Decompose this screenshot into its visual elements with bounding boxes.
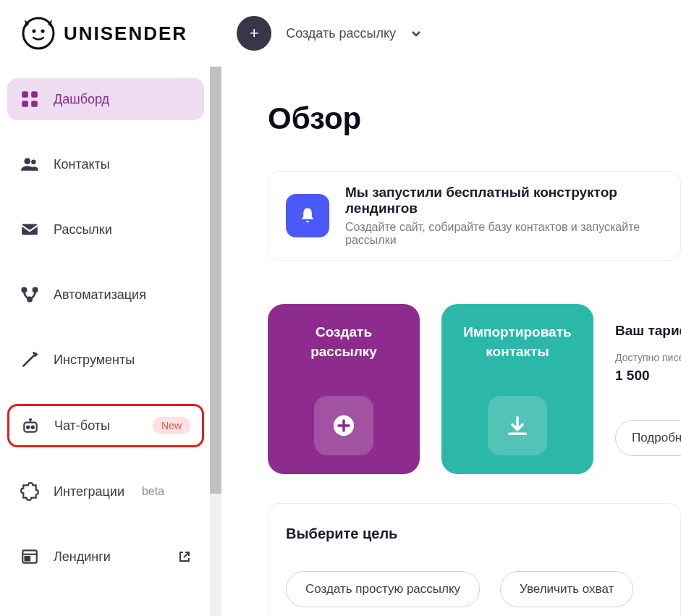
svg-rect-5: [22, 101, 28, 107]
plus-icon: +: [237, 16, 271, 51]
sidebar-item-contacts[interactable]: Контакты: [7, 143, 204, 185]
beta-badge: beta: [142, 485, 164, 498]
sidebar-item-dashboard[interactable]: Дашборд: [7, 78, 204, 120]
sidebar-item-tools[interactable]: Инструменты: [7, 339, 204, 381]
tariff-details-button[interactable]: Подробнее: [615, 420, 681, 456]
goal-increase-reach[interactable]: Увеличить охват: [500, 571, 633, 607]
logo-text: UNISENDER: [64, 22, 187, 45]
puzzle-icon: [20, 482, 39, 501]
logo[interactable]: UNISENDER: [22, 17, 187, 50]
tools-icon: [20, 350, 39, 369]
svg-point-14: [27, 426, 29, 429]
bell-icon: [286, 194, 329, 237]
svg-point-1: [33, 30, 36, 33]
scrollbar-thumb[interactable]: [210, 67, 221, 494]
goal-simple-campaign[interactable]: Создать простую рассылку: [286, 571, 480, 607]
tariff-title: Ваш тариф: [615, 323, 659, 339]
header: UNISENDER + Создать рассылку: [0, 0, 681, 67]
landing-icon: [20, 547, 39, 566]
card-title: Импортировать контакты: [454, 323, 580, 361]
announcement-banner[interactable]: Мы запустили бесплатный конструктор ленд…: [268, 171, 681, 261]
action-cards: Создать рассылку Импортировать контакты …: [268, 304, 681, 474]
tariff-sublabel: Доступно писем: [615, 352, 659, 363]
new-badge: New: [153, 417, 190, 434]
automation-icon: [20, 285, 39, 304]
sidebar-item-label: Рассылки: [54, 222, 112, 237]
logo-dog-icon: [22, 17, 55, 50]
sidebar-item-label: Лендинги: [54, 549, 111, 565]
sidebar-item-chatbots[interactable]: Чат-боты New: [7, 404, 204, 447]
svg-rect-4: [31, 91, 38, 98]
create-campaign-label: Создать рассылку: [286, 26, 396, 41]
bot-icon: [21, 416, 40, 435]
import-contacts-card[interactable]: Импортировать контакты: [441, 304, 593, 474]
scrollbar[interactable]: [210, 67, 221, 616]
sidebar: Дашборд Контакты Рассылки Автоматизация: [0, 67, 211, 616]
svg-rect-13: [24, 423, 36, 432]
external-link-icon: [178, 550, 191, 563]
chevron-down-icon: [410, 28, 422, 39]
card-title: Создать рассылку: [281, 323, 407, 361]
contacts-icon: [20, 155, 39, 174]
tariff-panel: Ваш тариф Доступно писем 1 500 Подробнее: [615, 304, 659, 474]
create-campaign-card[interactable]: Создать рассылку: [268, 304, 420, 474]
svg-point-11: [33, 288, 37, 292]
page-title: Обзор: [268, 101, 681, 136]
svg-rect-9: [22, 224, 38, 235]
svg-rect-3: [22, 91, 28, 98]
download-icon: [488, 396, 547, 455]
sidebar-item-automation[interactable]: Автоматизация: [7, 274, 204, 316]
svg-rect-6: [31, 101, 38, 107]
goals-title: Выберите цель: [286, 526, 663, 542]
sidebar-item-label: Инструменты: [54, 353, 135, 368]
sidebar-item-label: Интеграции: [54, 484, 124, 499]
svg-point-7: [24, 158, 30, 164]
sidebar-item-campaigns[interactable]: Рассылки: [7, 208, 204, 250]
create-campaign-dropdown[interactable]: + Создать рассылку: [237, 16, 422, 51]
tariff-value: 1 500: [615, 368, 659, 384]
dashboard-icon: [20, 90, 39, 109]
sidebar-item-label: Дашборд: [54, 92, 109, 107]
svg-point-15: [32, 426, 34, 429]
sidebar-item-label: Автоматизация: [54, 287, 146, 303]
sidebar-item-label: Контакты: [54, 157, 110, 172]
sidebar-item-landings[interactable]: Лендинги: [7, 536, 204, 578]
sidebar-item-integrations[interactable]: Интеграции beta: [7, 471, 204, 512]
sidebar-item-label: Чат-боты: [54, 418, 110, 434]
banner-subtitle: Создайте сайт, собирайте базу контактов …: [345, 221, 663, 247]
mail-icon: [20, 220, 39, 239]
svg-point-10: [22, 288, 26, 292]
banner-title: Мы запустили бесплатный конструктор ленд…: [345, 185, 663, 216]
svg-point-2: [41, 30, 45, 33]
main-content: Обзор Мы запустили бесплатный конструкто…: [221, 67, 681, 616]
goals-panel: Выберите цель Создать простую рассылку У…: [268, 503, 681, 616]
svg-rect-17: [25, 557, 30, 560]
svg-point-8: [31, 160, 35, 165]
plus-circle-icon: [314, 396, 373, 455]
banner-text: Мы запустили бесплатный конструктор ленд…: [345, 185, 663, 247]
